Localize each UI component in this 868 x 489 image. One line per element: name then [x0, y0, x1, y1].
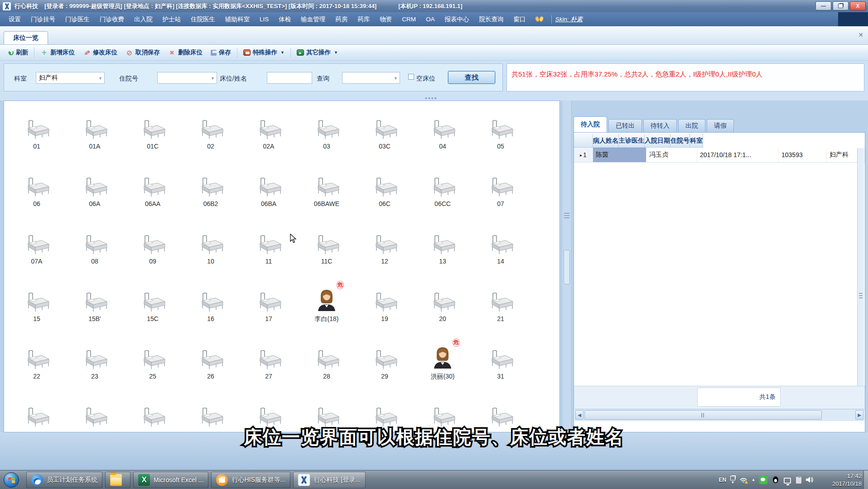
- bed-cell[interactable]: 25: [124, 337, 182, 395]
- speaker-icon[interactable]: [805, 476, 814, 484]
- bed-cell[interactable]: 10: [182, 222, 240, 280]
- minimize-button[interactable]: —: [815, 1, 831, 10]
- toolbar-button[interactable]: 修改床位: [79, 47, 121, 58]
- cell-patient-name[interactable]: 陈茵: [593, 148, 646, 162]
- bed-cell[interactable]: 16: [182, 280, 240, 337]
- bed-cell[interactable]: 06C: [356, 165, 414, 222]
- menu-item[interactable]: 输血管理: [296, 15, 330, 24]
- butterfly-icon[interactable]: [535, 16, 543, 23]
- bed-cell[interactable]: 12: [356, 222, 414, 280]
- bed-cell[interactable]: 危 李白(18): [298, 280, 356, 337]
- menu-item[interactable]: 门诊挂号: [26, 15, 60, 24]
- menu-item[interactable]: 报表中心: [440, 15, 474, 24]
- bed-cell[interactable]: 03: [298, 107, 356, 165]
- taskbar-button[interactable]: 行心科技 [登录...: [293, 472, 365, 488]
- bed-cell[interactable]: 08: [66, 222, 124, 280]
- bed-cell[interactable]: 04: [414, 107, 472, 165]
- bed-cell[interactable]: 15: [8, 280, 66, 337]
- menu-item[interactable]: 院长查询: [474, 15, 509, 24]
- cell-admit-date[interactable]: 2017/10/18 17:1...: [697, 148, 779, 162]
- menu-item[interactable]: OA: [421, 16, 440, 23]
- bed-cell[interactable]: 01C: [124, 107, 182, 165]
- splitter-grip[interactable]: [564, 213, 569, 219]
- menu-item[interactable]: 物资: [375, 15, 397, 24]
- column-header[interactable]: 主诊医生: [619, 134, 645, 148]
- bed-cell[interactable]: 11: [240, 222, 298, 280]
- query-combobox[interactable]: ▼: [342, 72, 400, 84]
- bed-cell[interactable]: 26: [182, 337, 240, 395]
- taskbar-button[interactable]: Microsoft Excel ...: [133, 472, 208, 488]
- bed-cell[interactable]: 11C: [298, 222, 356, 280]
- qq-icon[interactable]: [772, 476, 780, 484]
- bed-cell[interactable]: 15C: [124, 280, 182, 337]
- bed-cell[interactable]: 06CC: [414, 165, 472, 222]
- bed-cell[interactable]: 07: [472, 165, 530, 222]
- patient-list-tab[interactable]: 已转出: [608, 119, 642, 132]
- close-tab-icon[interactable]: ✕: [858, 32, 863, 38]
- patient-list-tab[interactable]: 出院: [678, 119, 705, 132]
- grid-horizontal-scrollbar[interactable]: ◀ ▶: [574, 409, 864, 421]
- empty-bed-checkbox[interactable]: [408, 74, 414, 80]
- toolbar-button[interactable]: 刷新: [5, 47, 32, 58]
- patient-list-tab[interactable]: 待转入: [643, 119, 677, 132]
- toolbar-button[interactable]: 其它操作 ▼: [293, 47, 342, 58]
- search-button[interactable]: 查找: [448, 71, 495, 84]
- admission-combobox[interactable]: ▼: [157, 72, 217, 84]
- bed-cell[interactable]: 01: [8, 107, 66, 165]
- scrollbar-thumb[interactable]: [564, 250, 570, 284]
- language-bar-icon[interactable]: [730, 476, 735, 480]
- menu-item[interactable]: 药库: [352, 15, 375, 24]
- bed-cell[interactable]: 17: [240, 280, 298, 337]
- caret-down-icon[interactable]: ▼: [731, 481, 735, 484]
- toolbar-button[interactable]: 保存: [207, 47, 235, 58]
- bed-cell[interactable]: 06BA: [240, 165, 298, 222]
- menu-item[interactable]: 体检: [274, 15, 296, 24]
- language-indicator[interactable]: EN: [719, 477, 726, 483]
- bed-cell[interactable]: 危 洪丽(30): [414, 337, 472, 395]
- bed-cell[interactable]: 05: [472, 107, 530, 165]
- scroll-right-icon[interactable]: ▶: [855, 410, 863, 420]
- bed-cell[interactable]: 03C: [356, 107, 414, 165]
- bed-cell[interactable]: 06: [8, 165, 66, 222]
- restore-button[interactable]: [833, 1, 849, 10]
- menu-item[interactable]: 门诊医生: [60, 15, 95, 24]
- cell-admission-no[interactable]: 103593: [779, 148, 827, 162]
- taskbar-button[interactable]: 员工计划任务系统: [26, 472, 102, 488]
- clipboard-icon[interactable]: [796, 477, 801, 484]
- bed-cell[interactable]: 06AA: [124, 165, 182, 222]
- menu-item[interactable]: 辅助科室: [220, 15, 255, 24]
- close-button[interactable]: X: [850, 1, 866, 10]
- patient-list-tab[interactable]: 待入院: [574, 116, 607, 132]
- bed-cell[interactable]: 23: [66, 337, 124, 395]
- menu-item[interactable]: 门诊收费: [95, 15, 129, 24]
- chevron-down-icon[interactable]: ▼: [394, 76, 398, 81]
- bed-cell[interactable]: 02A: [240, 107, 298, 165]
- bed-cell[interactable]: 06BAWE: [298, 165, 356, 222]
- network-icon[interactable]: [784, 478, 791, 484]
- menu-item[interactable]: CRM: [397, 16, 421, 23]
- chevron-down-icon[interactable]: ▼: [211, 76, 215, 81]
- grid-vertical-scrollbar[interactable]: [857, 148, 864, 402]
- scroll-left-icon[interactable]: ◀: [575, 410, 583, 420]
- toolbar-button[interactable]: 删除床位: [164, 47, 207, 58]
- taskbar-button[interactable]: 行心HIS服务群等...: [211, 472, 290, 488]
- toolbar-button[interactable]: 取消保存: [121, 47, 164, 58]
- toolbar-button[interactable]: 特殊操作 ▼: [239, 47, 289, 58]
- column-header[interactable]: 科室: [690, 134, 703, 148]
- menu-item[interactable]: 药房: [330, 15, 352, 24]
- wechat-icon[interactable]: [759, 476, 767, 484]
- menu-item[interactable]: 护士站: [158, 15, 186, 24]
- bed-cell[interactable]: 07A: [8, 222, 66, 280]
- dept-combobox[interactable]: 妇产科▼: [36, 72, 105, 84]
- column-header[interactable]: 入院日期: [645, 134, 670, 148]
- bed-cell[interactable]: 22: [8, 337, 66, 395]
- menu-item[interactable]: 住院医生: [186, 15, 220, 24]
- bed-cell[interactable]: 14: [472, 222, 530, 280]
- bed-cell[interactable]: 27: [240, 337, 298, 395]
- bed-name-input[interactable]: [267, 72, 312, 84]
- bed-cell[interactable]: 29: [356, 337, 414, 395]
- tab-bed-overview[interactable]: 床位一览: [4, 31, 48, 44]
- bed-cell[interactable]: 21: [472, 280, 530, 337]
- menu-item[interactable]: 设置: [4, 15, 26, 24]
- bed-cell[interactable]: 20: [414, 280, 472, 337]
